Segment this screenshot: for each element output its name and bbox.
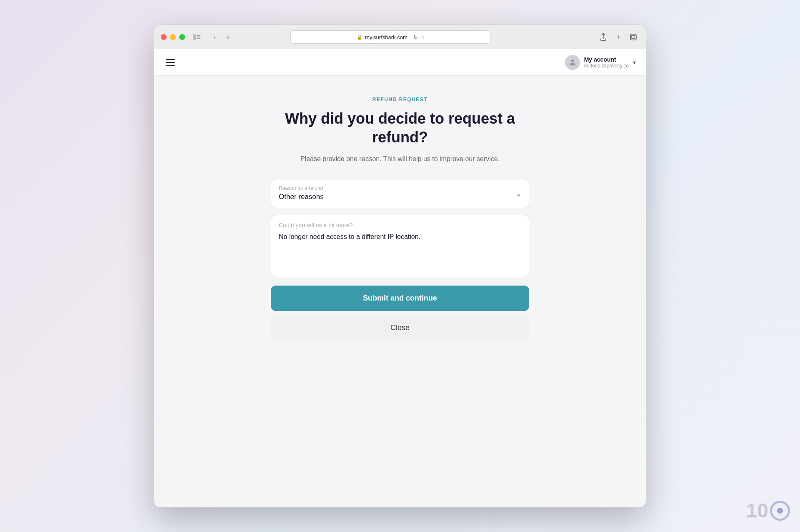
address-bar[interactable]: 🔒 my.surfshark.com ↻ ⌂: [290, 30, 490, 44]
hamburger-line: [166, 65, 175, 66]
main-area: REFUND REQUEST Why did you decide to req…: [154, 76, 646, 507]
traffic-light-close[interactable]: [161, 34, 167, 40]
avatar: [565, 55, 580, 70]
watermark: 10: [746, 499, 790, 522]
dropdown-selected-value: Other reasons: [279, 193, 521, 201]
reload-button[interactable]: ↻: [413, 34, 418, 40]
back-button[interactable]: ‹: [208, 31, 221, 43]
hamburger-menu-button[interactable]: [164, 57, 177, 67]
dropdown-label: Reason for a refund: [279, 185, 521, 191]
svg-rect-2: [197, 37, 200, 37]
nav-buttons: ‹ ›: [208, 31, 234, 43]
reason-dropdown[interactable]: Reason for a refund Other reasons ⌄: [271, 179, 529, 208]
watermark-number: 10: [746, 499, 768, 522]
textarea-placeholder: Could you tell us a bit more?: [279, 222, 521, 229]
browser-window: ‹ › 🔒 my.surfshark.com ↻ ⌂ +: [154, 25, 646, 507]
feedback-textarea-wrapper[interactable]: Could you tell us a bit more? No longer …: [271, 215, 529, 277]
account-chevron-down-icon: ▾: [633, 59, 636, 66]
svg-rect-3: [197, 38, 200, 39]
account-info: My account editorial@privacy.co: [584, 56, 629, 69]
page-title: Why did you decide to request a refund?: [271, 109, 529, 147]
form-container: REFUND REQUEST Why did you decide to req…: [271, 97, 529, 341]
svg-rect-5: [632, 35, 635, 39]
new-tab-button[interactable]: +: [612, 31, 624, 43]
traffic-light-minimize[interactable]: [170, 34, 176, 40]
url-text: my.surfshark.com: [365, 34, 408, 40]
page-content: My account editorial@privacy.co ▾ REFUND…: [154, 49, 646, 507]
share-button[interactable]: [598, 31, 609, 43]
close-button[interactable]: Close: [271, 315, 529, 341]
svg-rect-4: [630, 34, 636, 40]
section-label: REFUND REQUEST: [372, 97, 428, 102]
browser-chrome: ‹ › 🔒 my.surfshark.com ↻ ⌂ +: [154, 25, 646, 49]
site-header: My account editorial@privacy.co ▾: [154, 49, 646, 76]
traffic-light-fullscreen[interactable]: [179, 34, 185, 40]
traffic-lights: [161, 34, 185, 40]
account-section[interactable]: My account editorial@privacy.co ▾: [565, 55, 636, 70]
account-email: editorial@privacy.co: [584, 63, 629, 69]
submit-and-continue-button[interactable]: Submit and continue: [271, 286, 529, 311]
svg-point-6: [571, 59, 574, 62]
watermark-dot: [777, 508, 783, 514]
lock-icon: 🔒: [357, 35, 362, 40]
hamburger-line: [166, 59, 175, 60]
forward-button[interactable]: ›: [222, 31, 234, 43]
textarea-content: No longer need access to a different IP …: [279, 232, 521, 242]
home-button[interactable]: ⌂: [420, 34, 424, 40]
account-name: My account: [584, 56, 629, 63]
watermark-circle: [770, 501, 790, 521]
sidebar-toggle-button[interactable]: [190, 31, 203, 43]
tabs-button[interactable]: [628, 31, 639, 43]
dropdown-chevron-down-icon: ⌄: [516, 190, 521, 198]
page-subtitle: Please provide one reason. This will hel…: [300, 154, 500, 164]
svg-rect-1: [197, 35, 200, 36]
browser-toolbar-actions: +: [598, 31, 639, 43]
svg-rect-0: [193, 34, 196, 40]
hamburger-line: [166, 62, 175, 63]
